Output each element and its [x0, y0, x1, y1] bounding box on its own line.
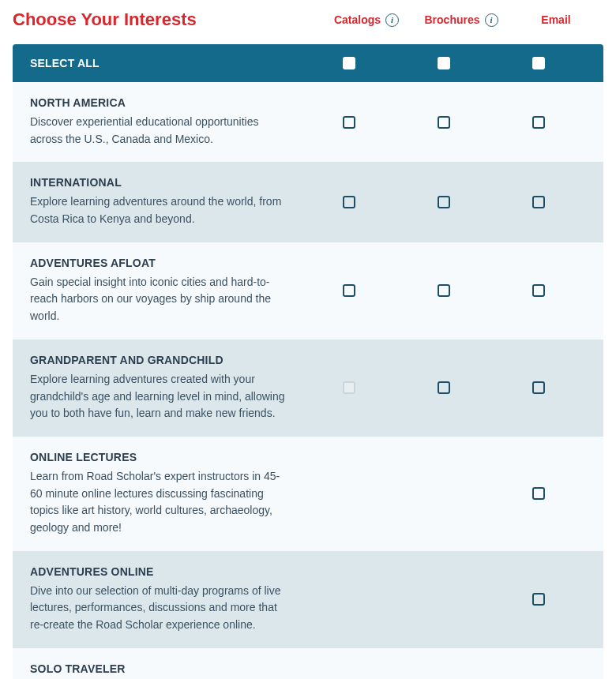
column-header-brochures-label: Brochures: [424, 13, 479, 26]
info-icon[interactable]: i: [385, 13, 399, 27]
column-header-catalogs-label: Catalogs: [334, 13, 381, 26]
select-all-label: SELECT ALL: [30, 57, 286, 69]
select-all-catalogs-checkbox[interactable]: [343, 57, 355, 69]
page-title: Choose Your Interests: [13, 9, 197, 30]
interest-row-title: SOLO TRAVELER: [30, 662, 286, 675]
interest-row: SOLO TRAVELERGoing solo doesn't mean goi…: [13, 648, 603, 679]
interest-row: ONLINE LECTURESLearn from Road Scholar's…: [13, 437, 603, 551]
select-all-brochures-checkbox[interactable]: [438, 57, 450, 69]
column-header-catalogs: Catalogs i: [319, 13, 414, 27]
column-header-email: Email: [509, 13, 603, 26]
interest-row-desc: Discover experiential educational opport…: [30, 114, 286, 148]
interest-row-desc: Dive into our selection of multi-day pro…: [30, 583, 286, 634]
adventures-afloat-email-checkbox[interactable]: [532, 284, 545, 297]
info-icon[interactable]: i: [485, 13, 498, 27]
column-header-brochures: Brochures i: [414, 13, 509, 27]
north-america-email-checkbox[interactable]: [532, 116, 545, 129]
grandparent-grandchild-brochures-checkbox[interactable]: [438, 381, 450, 394]
adventures-afloat-catalogs-checkbox[interactable]: [343, 284, 355, 297]
interest-row: ADVENTURES AFLOATGain special insight in…: [13, 242, 603, 340]
interest-row-title: ONLINE LECTURES: [30, 451, 286, 463]
interest-row-desc: Learn from Road Scholar's expert instruc…: [30, 468, 286, 537]
interest-row: GRANDPARENT AND GRANDCHILDExplore learni…: [13, 340, 603, 437]
interest-row: INTERNATIONALExplore learning adventures…: [13, 162, 603, 242]
interest-row-title: ADVENTURES ONLINE: [30, 565, 286, 578]
adventures-afloat-brochures-checkbox[interactable]: [438, 284, 450, 297]
international-email-checkbox[interactable]: [532, 196, 545, 208]
interest-row-title: GRANDPARENT AND GRANDCHILD: [30, 354, 286, 366]
north-america-catalogs-checkbox[interactable]: [343, 116, 355, 129]
interest-row-title: ADVENTURES AFLOAT: [30, 257, 286, 269]
interest-row-desc: Explore learning adventures created with…: [30, 371, 286, 422]
interest-row-title: NORTH AMERICA: [30, 96, 286, 109]
interest-row: ADVENTURES ONLINEDive into our selection…: [13, 551, 603, 648]
grandparent-grandchild-email-checkbox[interactable]: [532, 381, 545, 394]
online-lectures-email-checkbox[interactable]: [532, 487, 545, 500]
row-select-all: SELECT ALL: [13, 44, 603, 82]
interest-row-title: INTERNATIONAL: [30, 176, 286, 189]
column-header-email-label: Email: [541, 13, 570, 26]
header: Choose Your Interests Catalogs i Brochur…: [0, 0, 616, 44]
interest-row-desc: Explore learning adventures around the w…: [30, 193, 286, 227]
adventures-online-email-checkbox[interactable]: [532, 593, 545, 606]
interests-grid: SELECT ALL NORTH AMERICADiscover experie…: [0, 44, 616, 679]
interest-row: NORTH AMERICADiscover experiential educa…: [13, 82, 603, 162]
grandparent-grandchild-catalogs-checkbox: [343, 381, 355, 394]
international-catalogs-checkbox[interactable]: [343, 196, 355, 208]
select-all-email-checkbox[interactable]: [532, 57, 545, 69]
north-america-brochures-checkbox[interactable]: [438, 116, 450, 129]
interest-row-desc: Gain special insight into iconic cities …: [30, 274, 286, 325]
international-brochures-checkbox[interactable]: [438, 196, 450, 208]
